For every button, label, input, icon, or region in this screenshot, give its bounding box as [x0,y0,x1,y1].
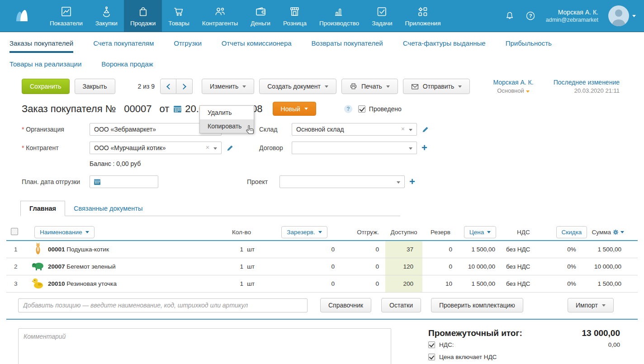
status-button[interactable]: Новый [273,102,316,116]
qty-cell[interactable]: 1 [215,246,247,253]
app-logo[interactable] [0,0,43,32]
current-user-info[interactable]: Морская А. К. admin@zebramarket [546,8,598,24]
notifications-bell-icon[interactable] [504,10,515,21]
tab-issued-invoices[interactable]: Счета-фактуры выданные [403,32,486,54]
user-menu[interactable] [608,5,636,26]
posted-checkbox[interactable] [358,105,365,113]
positions-table: Наименование Кол-во Зарезерв. Отгруж. До… [6,224,638,320]
column-header-reserved[interactable]: Зарезерв. [281,226,327,238]
nav-item-purchases[interactable]: Закупки [89,0,124,32]
pager-position: 2 из 9 [138,83,155,90]
import-button[interactable]: Импорт [568,298,614,312]
tab-shipments[interactable]: Отгрузки [174,32,202,54]
product-thumbnail-cat-pillow[interactable] [32,242,44,256]
table-row[interactable]: 3 20010 Резиновая уточка 1 шт 0 0 200 10… [6,275,638,293]
column-header-sum[interactable]: Сумма [592,229,638,236]
send-button[interactable]: Отправить [403,79,470,94]
product-thumbnail-rubber-duck[interactable] [32,277,44,291]
nav-item-production[interactable]: Производство [313,0,365,32]
calendar-icon [94,178,101,185]
vat-cell[interactable]: без НДС [502,280,551,287]
counterparty-select[interactable]: ООО «Мурчащий котик» × [90,142,222,154]
tab-customer-orders[interactable]: Заказы покупателей [9,32,73,54]
vat-checkbox[interactable] [428,341,435,348]
tab-customer-invoices[interactable]: Счета покупателям [93,32,154,54]
tab-customer-returns[interactable]: Возвраты покупателей [312,32,383,54]
tab-sales-funnel[interactable]: Воронка продаж [101,54,153,74]
save-button[interactable]: Сохранить [22,79,70,94]
edit-counterparty-button[interactable] [226,144,234,152]
print-button[interactable]: Печать [341,79,398,94]
product-name: Бегемот зеленый [66,263,115,270]
nav-item-tasks[interactable]: Задачи [365,0,398,32]
reserve-cell: 10 [422,280,459,287]
send-label: Отправить [423,83,454,90]
discount-cell[interactable]: 0% [567,263,576,270]
vat-label: НДС: [439,341,454,348]
close-button[interactable]: Закрыть [75,79,115,94]
contract-select[interactable] [292,142,417,154]
nav-item-money[interactable]: Деньги [244,0,277,32]
table-row[interactable]: 1 00001 Подушка-котик 1 шт 0 0 37 0 1 50… [6,241,638,258]
project-select[interactable] [279,175,405,188]
warehouse-select[interactable]: Основной склад × [292,123,417,136]
next-record-button[interactable] [176,79,193,94]
comment-textarea[interactable] [18,328,391,364]
nav-item-retail[interactable]: Розница [277,0,313,32]
menu-item-delete[interactable]: Удалить [200,106,254,119]
add-position-input[interactable] [18,298,308,312]
create-document-button[interactable]: Создать документ [259,79,336,94]
product-name-cell[interactable]: 20010 Резиновая уточка [48,280,215,287]
column-header-discount[interactable]: Скидка [556,226,587,238]
price-cell[interactable]: 10 000,00 [459,263,502,270]
select-all-checkbox[interactable] [11,228,18,235]
nav-item-indicators[interactable]: Показатели [43,0,89,32]
vat-cell[interactable]: без НДС [502,263,551,270]
nav-item-counterparties[interactable]: Контрагенты [196,0,245,32]
tab-related-documents[interactable]: Связанные документы [65,201,151,216]
tab-main[interactable]: Главная [20,201,65,216]
stock-button[interactable]: Остатки [381,298,421,312]
check-kit-button[interactable]: Проверить комплектацию [431,298,523,312]
table-row[interactable]: 2 20007 Бегемот зеленый 1 шт 0 0 120 0 1… [6,258,638,275]
document-number[interactable]: 00007 [124,103,152,115]
qty-cell[interactable]: 1 [215,280,247,287]
ship-date-input[interactable] [90,175,158,188]
nav-item-goods[interactable]: Товары [162,0,195,32]
vat-cell[interactable]: без НДС [502,246,551,253]
prev-record-button[interactable] [160,79,176,94]
discount-cell[interactable]: 0% [567,280,576,287]
column-header-price[interactable]: Цена [464,226,496,238]
catalog-button[interactable]: Справочник [320,298,371,312]
discount-cell[interactable]: 0% [567,246,576,253]
help-icon[interactable]: ? [525,10,536,21]
nav-item-apps[interactable]: Приложения [398,0,447,32]
price-cell[interactable]: 1 500,00 [459,246,502,253]
tab-profitability[interactable]: Прибыльность [506,32,552,54]
add-contract-button[interactable]: + [421,143,427,153]
status-help-icon[interactable]: ? [344,105,352,113]
edit-warehouse-button[interactable] [421,126,429,133]
posted-checkbox-group: Проведено [358,105,402,113]
column-header-name[interactable]: Наименование [34,226,95,238]
calendar-icon[interactable] [173,104,182,113]
product-name-cell[interactable]: 00001 Подушка-котик [48,246,215,253]
pencil-icon [226,144,234,152]
document-owner[interactable]: Морская А. К. Основной [493,78,533,95]
price-cell[interactable]: 1 500,00 [459,280,502,287]
qty-cell[interactable]: 1 [215,263,247,270]
clear-icon[interactable]: × [206,144,209,151]
edit-menu-button[interactable]: Изменить [202,79,254,94]
price-includes-vat-checkbox[interactable] [428,354,435,360]
product-thumbnail-green-hippo[interactable] [31,260,45,273]
nav-item-sales[interactable]: Продажи [124,0,162,32]
product-name-cell[interactable]: 20007 Бегемот зеленый [48,263,215,270]
vat-value: 0,00 [608,341,620,348]
last-change-info[interactable]: Последнее изменение 20.03.2020 21:11 [554,78,620,95]
clear-icon[interactable]: × [401,126,405,132]
tab-goods-on-consignment[interactable]: Товары на реализации [9,54,81,74]
avatar [608,5,629,26]
printer-icon [350,83,357,90]
tab-commission-reports[interactable]: Отчеты комиссионера [222,32,292,54]
add-project-button[interactable]: + [409,177,415,187]
